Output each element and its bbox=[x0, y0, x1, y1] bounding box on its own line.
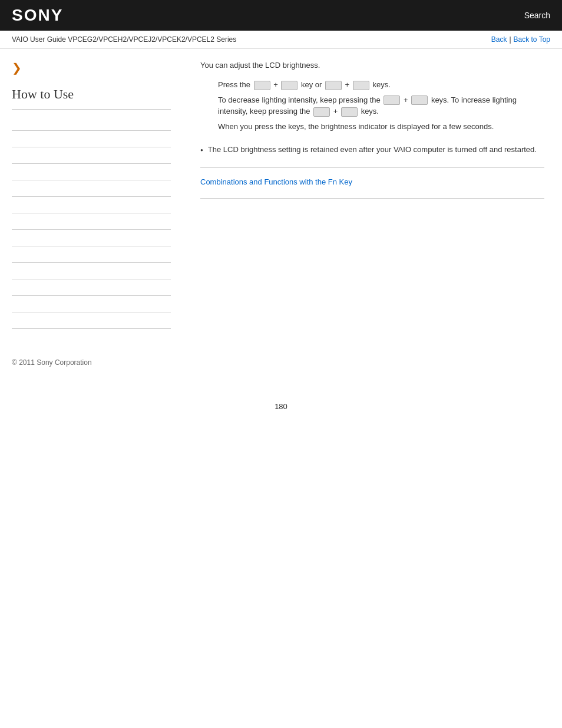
sony-logo: SONY bbox=[12, 6, 63, 25]
related-link[interactable]: Combinations and Functions with the Fn K… bbox=[200, 177, 352, 186]
key-down bbox=[281, 81, 297, 90]
back-to-top-link[interactable]: Back to Top bbox=[514, 35, 550, 44]
instruction-line-1: Press the + key or + keys. bbox=[218, 79, 544, 91]
nav-separator: | bbox=[509, 35, 511, 44]
breadcrumb-text: VAIO User Guide VPCEG2/VPCEH2/VPCEJ2/VPC… bbox=[12, 35, 236, 44]
key-up2 bbox=[341, 107, 358, 117]
key-down2 bbox=[411, 95, 428, 105]
sidebar-item-2[interactable] bbox=[12, 131, 171, 147]
content-area: You can adjust the LCD brightness. Press… bbox=[183, 49, 562, 341]
sidebar-item-6[interactable] bbox=[12, 197, 171, 213]
key-fn4 bbox=[313, 107, 330, 117]
bullet-icon: ● bbox=[200, 147, 203, 154]
page-number: 180 bbox=[0, 402, 562, 423]
sidebar-item-1[interactable] bbox=[12, 114, 171, 131]
breadcrumb-bar: VAIO User Guide VPCEG2/VPCEH2/VPCEJ2/VPC… bbox=[0, 31, 562, 49]
sidebar-item-3[interactable] bbox=[12, 147, 171, 164]
sidebar-divider bbox=[12, 109, 171, 110]
sidebar: ❯ How to Use bbox=[0, 49, 183, 341]
sidebar-item-9[interactable] bbox=[12, 246, 171, 263]
sidebar-item-13[interactable] bbox=[12, 312, 171, 329]
back-link[interactable]: Back bbox=[491, 35, 507, 44]
sidebar-item-12[interactable] bbox=[12, 296, 171, 312]
sidebar-item-7[interactable] bbox=[12, 213, 171, 230]
search-button[interactable]: Search bbox=[524, 11, 550, 20]
note-block: ● The LCD brightness setting is retained… bbox=[200, 144, 544, 156]
chevron-icon: ❯ bbox=[12, 61, 171, 75]
header: SONY Search bbox=[0, 0, 562, 31]
main-container: ❯ How to Use You can adjust the LCD brig… bbox=[0, 49, 562, 341]
sidebar-title: How to Use bbox=[12, 87, 171, 102]
content-divider-bottom bbox=[200, 198, 544, 199]
note-item: ● The LCD brightness setting is retained… bbox=[200, 144, 544, 156]
footer: © 2011 Sony Corporation bbox=[0, 341, 562, 378]
sidebar-item-8[interactable] bbox=[12, 230, 171, 246]
content-intro: You can adjust the LCD brightness. bbox=[200, 61, 544, 70]
key-up bbox=[353, 81, 369, 90]
sidebar-item-4[interactable] bbox=[12, 164, 171, 180]
copyright-text: © 2011 Sony Corporation bbox=[12, 358, 92, 367]
note-text: The LCD brightness setting is retained e… bbox=[208, 144, 537, 156]
instruction-block: Press the + key or + keys. To decrease l… bbox=[218, 79, 544, 132]
key-fn bbox=[254, 81, 270, 90]
instruction-line-2: To decrease lighting intensity, keep pre… bbox=[218, 94, 544, 117]
sidebar-item-11[interactable] bbox=[12, 279, 171, 296]
key-fn3 bbox=[384, 95, 400, 105]
content-divider-top bbox=[200, 167, 544, 168]
sidebar-item-10[interactable] bbox=[12, 263, 171, 279]
sidebar-item-5[interactable] bbox=[12, 180, 171, 197]
instruction-line-3: When you press the keys, the brightness … bbox=[218, 121, 544, 133]
key-fn2 bbox=[325, 81, 342, 90]
nav-links: Back | Back to Top bbox=[491, 35, 550, 44]
